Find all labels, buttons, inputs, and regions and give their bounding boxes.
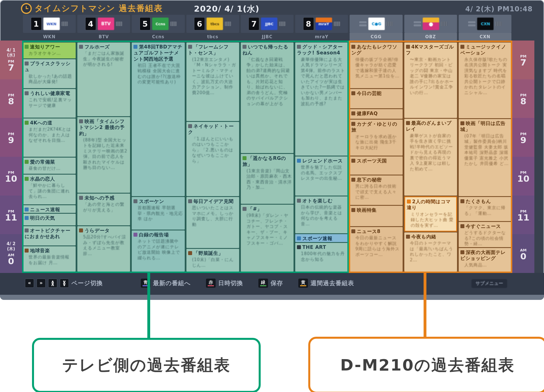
genre-icon (243, 207, 246, 211)
channel-header-JJBC[interactable]: 7JJBC (241, 15, 294, 33)
program-cell[interactable]: 毎日アイデア見聞思いついたことはスマホにメモ。しっかり調査し、大胆に行動 (186, 197, 239, 248)
program-cell[interactable]: グッド・シアターラック! Season4豪華俳優陣による大人気ドラマシリーズ第4… (295, 43, 348, 156)
channel-header-OBZ[interactable]: ● (404, 15, 457, 33)
page-arrow-3[interactable]: ∨ ∨ (60, 279, 69, 288)
黄-color-key-icon[interactable]: 黄 (298, 279, 308, 288)
channel-id-badge (116, 22, 122, 26)
program-cell[interactable]: 2人の時間はコマ違りミリオンセラーを記録した大ヒット曲 愛の殻を実ず… (404, 196, 457, 232)
program-cell[interactable]: うらデータ5品20分!すべパイ涼み・ずぼら先生が教えるメニュー教室辞… (77, 226, 130, 272)
program-cell[interactable]: 4Kへの道まだまだ2K?4Kとは何なのか、また人はなぜそれを目指… (23, 118, 76, 157)
program-cell[interactable]: うれしい健康家電これで安眠!足裏マッサージで健康 (23, 89, 76, 118)
program-cell[interactable]: 4Kマスターズゴルフ〜東京・動画カントリークラブ 初回・ビッグの闘 東京・中山老… (404, 43, 457, 118)
緑-color-key-icon[interactable]: 緑 (258, 279, 268, 288)
program-cell[interactable]: たくさもん「クマク、東京に帰る」「運動… (459, 197, 511, 221)
cs-service-mark (359, 21, 367, 26)
program-cell[interactable]: あなたもレクワソング俳優の坂プラ企画!俳優キャラが紡ぐ恋愛で逃嫁和景子達の人気メ… (350, 43, 402, 88)
program-cell[interactable]: 第48回TBDアマチュアゴルフトーナメント関西地区予選初日 王者不在で大混戦模様… (132, 43, 184, 196)
channel-header-Ccns[interactable]: 5Ccns (132, 15, 184, 33)
program-cell[interactable]: 「フレームシフト・センス」(12東京エンタメ)「M・Nシャララ・ガトーミルク・マ… (186, 43, 239, 121)
genre-icon (25, 91, 29, 95)
submenu-button[interactable]: サブメニュー (471, 279, 507, 288)
program-cell[interactable]: 映画「タイムシフトマシン2 最後の予約」(88年)型 全国大ヒットを記録した近未… (77, 117, 130, 193)
program-cell[interactable]: カナダ・ゆとりの旅オーロラを求め遥かな旅に出発 飛生3千キロ大紀行 (350, 120, 402, 156)
channel-logo-tbcs: tbcs (207, 18, 223, 30)
program-cell[interactable]: オトを楽しむ日本の伝統的な楽器から学び、音楽とは何なのかを考える音… (295, 196, 348, 233)
genre-icon (25, 177, 29, 181)
time-band-right-PM9: PM9 (512, 118, 534, 157)
genre-icon (79, 119, 83, 123)
page-arrow-1[interactable]: » (37, 279, 46, 288)
program-cell[interactable]: 「#」(98末)「ダレン・ヤコチー、フレンチ・ガトー、ヤコブ・スキー、ザ・ブー、… (241, 205, 294, 272)
page-arrow-2[interactable]: ∧ ∧ (48, 279, 57, 288)
channel-header-CXN[interactable]: CXN (459, 15, 511, 33)
genre-icon (25, 45, 29, 49)
genre-icon (188, 199, 192, 203)
page: タイムシフトマシン 過去番組表 2020/ 4/ 1(水) 4/ 2(木) PM… (0, 0, 544, 392)
channel-id-badge (334, 22, 340, 26)
tv-callout-box: テレビ側の過去番組表 (32, 338, 261, 392)
program-cell[interactable]: スポーツ速報 (295, 234, 348, 242)
program-cell[interactable]: 深夜の大画面テレビショッピング人気商品… (459, 248, 511, 272)
genre-icon (297, 45, 301, 49)
program-cell[interactable]: ミュージックイノベーション永久保存版!歌たちの名演共公開トーク 実演気なますプ … (459, 43, 511, 118)
program-cell[interactable]: 息下の秘密男に誇る日本の技術で頑丈で支える人々に密… (350, 175, 402, 205)
program-cell[interactable]: レジェンドホース世界を魅了した伝説の名馬。エックスプレスターの出生秘… (295, 156, 348, 196)
cs-service-mark (468, 21, 475, 26)
赤-color-key-icon[interactable]: 赤 (206, 279, 216, 288)
footer-key-label: 最新の番組へ (153, 279, 191, 287)
channel-name-tbcs: tbcs (186, 33, 239, 41)
channel-header-WKN[interactable]: 1WKN (23, 15, 76, 33)
channel-id-badge (61, 22, 68, 26)
program-cell[interactable]: THE ART1800年代の魅力を丹念から知る (295, 243, 348, 272)
page-switch-control: «»∧ ∧∨ ∨ページ切換 (25, 279, 103, 288)
genre-icon (79, 45, 83, 49)
program-cell[interactable]: 最高のざんまいプレイ豪華ゲストが自家の手を生き抜く学に挑戦!半時代のエピソードか… (404, 119, 457, 196)
program-cell[interactable]: 速知りアワーカラオケキン… (23, 43, 76, 58)
program-cell[interactable]: 今日の芸能 (350, 89, 402, 108)
program-cell[interactable]: 「野菜誕生」(10末)「白菜・にんじん… (186, 249, 239, 272)
program-cell[interactable]: 今夜も内緒今日のトークテーマは「最高!いちばんうれしかったこと、ワ2… (404, 232, 457, 272)
channel-number: 6 (194, 17, 205, 30)
program-cell[interactable]: 水晶の恋人「鮮やかに暮らして」謎の集団に連れ去られ… (23, 175, 76, 204)
genre-icon (188, 45, 192, 49)
program-cell[interactable]: 映画「明日は広告城」(07年「明日は広告城」製作委員会)柄川堂健監督 夫妻太郎 … (459, 119, 511, 196)
program-cell[interactable]: 地球音楽世界の最新音楽情報をお届け 月… (23, 246, 76, 272)
channel-id-badge (441, 22, 447, 26)
program-cell[interactable]: スポーツ天国 (350, 156, 402, 175)
time-band-left-PM7: 4/ 1 (水)PM7 (0, 41, 22, 79)
channel-name-BTV: BTV (77, 33, 130, 41)
program-cell[interactable]: ネイキッド・トーク「1.ほんとにいいものはいつもここから」「2.悪いものはなぜい… (186, 122, 239, 196)
time-band-left-PM8: PM8 (0, 79, 22, 118)
program-cell[interactable]: 健康FAQ (350, 109, 402, 119)
program-cell[interactable]: オートピクチャーにおまかせあれ (23, 226, 76, 245)
genre-icon (351, 45, 355, 49)
program-cell[interactable]: 明日の天気 (23, 214, 76, 225)
genre-icon (351, 122, 355, 126)
time-band-right-PM8: PM8 (512, 79, 534, 118)
channel-header-tbcs[interactable]: 6tbcs (186, 15, 239, 33)
genre-icon (351, 229, 355, 233)
program-cell[interactable]: いつでも帰ったるねん「仁義なき回避戦争」かした始末は、飴の弟?道商的な回避いは異… (241, 43, 294, 153)
channel-name-CXN: CXN (459, 33, 511, 41)
channel-header-mraY[interactable]: 8mraY (295, 15, 348, 33)
channel-header-BTV[interactable]: 4BTV (77, 15, 130, 33)
program-cell[interactable]: スポーケン首都圏速報 早朝選挙・県内観光・地元応幸 ほか (132, 197, 184, 230)
time-band-right-PM11: PM11 (512, 196, 534, 234)
program-cell[interactable]: 今すぐニュースどうするドクターなる?この頃の社会情勢・経… (459, 222, 511, 247)
channel-logo-WKN: WKN (43, 18, 60, 30)
dm-callout-box: D-M210の過去番組表 (308, 337, 544, 392)
program-cell[interactable]: 「遥かなるRGの旅」(1東京音楽)「岡山文治郎・原田麻衣・西木西・東西音治・清水… (241, 154, 294, 204)
footer-bar: «»∧ ∧∨ ∨ページ切換 青最新の番組へ赤日時切換緑保存黄週間過去番組表 サブ… (0, 273, 544, 295)
time-band-left-PM9: PM9 (0, 118, 22, 157)
page-arrow-0[interactable]: « (25, 279, 34, 288)
program-cell[interactable]: ニュース8今日の最新ニュースをわかりやすく解説 9周に語らはう海外スポーツコー… (350, 227, 402, 272)
genre-icon (297, 245, 301, 249)
program-cell[interactable]: ニュース速報 (23, 205, 76, 213)
channel-header-CGG[interactable]: C●G (350, 15, 402, 33)
program-cell[interactable]: 未知への予感「あの空と海との繋がりが見える」 (77, 194, 130, 225)
program-cell[interactable]: プライスクラッシュ欲しかった!あの話題商品が大爆発! (23, 59, 76, 88)
program-cell[interactable]: 映画特集 (350, 206, 402, 226)
program-cell[interactable]: 愛の常備菜昼食の甘だけ… (23, 158, 76, 174)
program-cell[interactable]: フルホーズ「まだごはん家族誕生」今夜誕生の秘密が明かされる! (77, 43, 130, 116)
program-cell[interactable]: 白録の報告場ネットで話題沸騰中のアニメが遂にテレビ放送開始 映像上で綴られる… (132, 230, 184, 272)
